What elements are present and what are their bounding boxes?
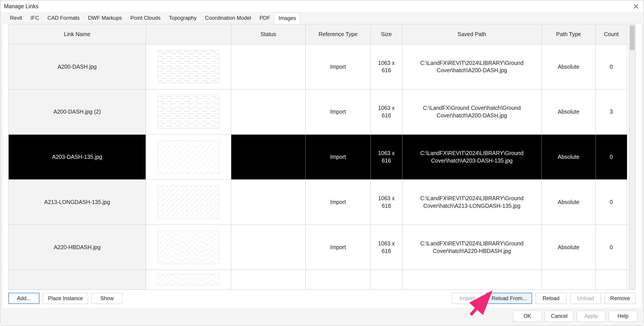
cell-path: C:\LandFX\REVIT\2024\LIBRARY\Ground Cove… <box>402 134 542 180</box>
svg-rect-4 <box>158 50 219 83</box>
table-row[interactable]: A203-DASH-135.jpg Import 1063 x 616 C:\L… <box>9 134 627 180</box>
cell-path: C:\LandFX\REVIT\2024\LIBRARY\Ground Cove… <box>402 225 542 270</box>
col-status[interactable]: Status <box>231 24 306 44</box>
table-wrap: Link Name Status Reference Type Size Sav… <box>8 24 636 290</box>
cell-path-type: Absolute <box>542 44 596 90</box>
col-count[interactable]: Count <box>596 24 627 44</box>
cell-path: C:\LandFX\REVIT\2024\LIBRARY\Ground Cove… <box>402 44 542 90</box>
tab-cad-formats[interactable]: CAD Formats <box>43 13 84 23</box>
tab-point-clouds[interactable]: Point Clouds <box>126 13 165 23</box>
col-preview[interactable] <box>146 24 231 44</box>
cell-ref-type: Import <box>306 44 371 90</box>
col-saved-path[interactable]: Saved Path <box>402 24 542 44</box>
svg-rect-13 <box>158 274 219 285</box>
cell-preview <box>146 225 231 270</box>
hatch-thumbnail <box>158 140 220 174</box>
cancel-button[interactable]: Cancel <box>545 310 574 321</box>
cell-path-type: Absolute <box>542 180 596 225</box>
cell-size: 1063 x 616 <box>371 44 402 90</box>
cell-size <box>371 270 402 289</box>
table-row[interactable] <box>9 270 627 289</box>
hatch-thumbnail <box>158 231 220 264</box>
cell-link-name: A200-DASH.jpg (2) <box>9 89 146 134</box>
cell-preview <box>146 89 231 134</box>
svg-rect-7 <box>158 96 219 128</box>
cell-size: 1063 x 616 <box>371 225 402 270</box>
svg-rect-11 <box>158 186 219 219</box>
import-button: Import <box>452 293 483 304</box>
cell-status <box>231 89 306 134</box>
window-title: Manage Links <box>4 3 632 10</box>
add-button[interactable]: Add... <box>8 293 40 304</box>
table-row[interactable]: A200-DASH.jpg (2) Import 1063 x 616 C:\L… <box>9 89 627 134</box>
cell-status <box>231 180 306 225</box>
table-row[interactable]: A220-HBDASH.jpg Import 1063 x 616 C:\Lan… <box>9 225 627 270</box>
col-size[interactable]: Size <box>371 24 402 44</box>
show-button[interactable]: Show <box>92 293 122 304</box>
col-ref-type[interactable]: Reference Type <box>306 24 371 44</box>
tab-pdf[interactable]: PDF <box>256 13 274 23</box>
tab-coordination-model[interactable]: Coordination Model <box>201 13 256 23</box>
cell-ref-type: Import <box>306 89 371 134</box>
manage-links-dialog: Manage Links Revit IFC CAD Formats DWF M… <box>0 0 644 326</box>
reload-from-button[interactable]: Reload From... <box>486 293 532 304</box>
cell-link-name: A203-DASH-135.jpg <box>9 134 146 180</box>
cell-status <box>231 270 306 289</box>
cell-path-type <box>542 270 596 289</box>
cell-ref-type: Import <box>306 180 371 225</box>
cell-size: 1063 x 616 <box>371 89 402 134</box>
svg-rect-12 <box>158 231 219 264</box>
tab-ifc[interactable]: IFC <box>26 13 44 23</box>
table-header-row: Link Name Status Reference Type Size Sav… <box>9 24 627 44</box>
unload-button: Unload <box>570 293 601 304</box>
hatch-thumbnail <box>158 50 220 83</box>
cell-path: C:\LandFX\REVIT\2024\LIBRARY\Ground Cove… <box>402 180 542 225</box>
cell-path: C:\LandFX\Ground Cover\hatch\Ground Cove… <box>402 89 542 134</box>
hatch-thumbnail <box>158 186 220 219</box>
hatch-thumbnail <box>158 274 220 285</box>
cell-link-name: A213-LONGDASH-135.jpg <box>9 180 146 225</box>
cell-count: 0 <box>596 225 627 270</box>
cell-preview <box>146 180 231 225</box>
place-instance-button[interactable]: Place Instance <box>43 293 88 304</box>
table-row[interactable]: A200-DASH.jpg Import 1063 x 616 C:\LandF… <box>9 44 627 90</box>
svg-rect-9 <box>158 141 219 173</box>
scrollbar-thumb[interactable] <box>630 26 635 50</box>
remove-button[interactable]: Remove <box>604 293 636 304</box>
tab-images[interactable]: Images <box>274 13 300 23</box>
col-path-type[interactable]: Path Type <box>542 24 596 44</box>
tab-revit[interactable]: Revit <box>6 13 26 23</box>
cell-ref-type <box>306 270 371 289</box>
cell-ref-type: Import <box>306 225 371 270</box>
hatch-thumbnail <box>158 95 220 128</box>
action-row: Add... Place Instance Show Import Reload… <box>3 290 641 308</box>
help-button[interactable]: Help <box>608 310 637 321</box>
cell-count: 3 <box>596 89 627 134</box>
dialog-footer: OK Cancel Apply Help <box>0 308 644 325</box>
reload-button[interactable]: Reload <box>536 293 566 304</box>
close-icon <box>634 4 638 9</box>
cell-path <box>402 270 542 289</box>
cell-ref-type: Import <box>306 134 371 180</box>
tab-topography[interactable]: Topography <box>165 13 201 23</box>
cell-link-name: A220-HBDASH.jpg <box>9 225 146 270</box>
cell-size: 1063 x 616 <box>371 134 402 180</box>
table-row[interactable]: A213-LONGDASH-135.jpg Import 1063 x 616 … <box>9 180 627 225</box>
cell-preview <box>146 270 231 289</box>
cell-count: 0 <box>596 134 627 180</box>
cell-preview <box>146 44 231 90</box>
tab-dwf-markups[interactable]: DWF Markups <box>84 13 126 23</box>
ok-button[interactable]: OK <box>513 310 542 321</box>
cell-path-type: Absolute <box>542 225 596 270</box>
cell-path-type: Absolute <box>542 134 596 180</box>
links-table: Link Name Status Reference Type Size Sav… <box>8 24 627 290</box>
titlebar: Manage Links <box>0 1 644 13</box>
cell-status <box>231 225 306 270</box>
cell-path-type: Absolute <box>542 89 596 134</box>
cell-count: 0 <box>596 180 627 225</box>
scrollbar[interactable] <box>629 24 636 290</box>
cell-status <box>231 134 306 180</box>
cell-status <box>231 44 306 90</box>
close-button[interactable] <box>632 3 640 11</box>
col-link-name[interactable]: Link Name <box>9 24 146 44</box>
